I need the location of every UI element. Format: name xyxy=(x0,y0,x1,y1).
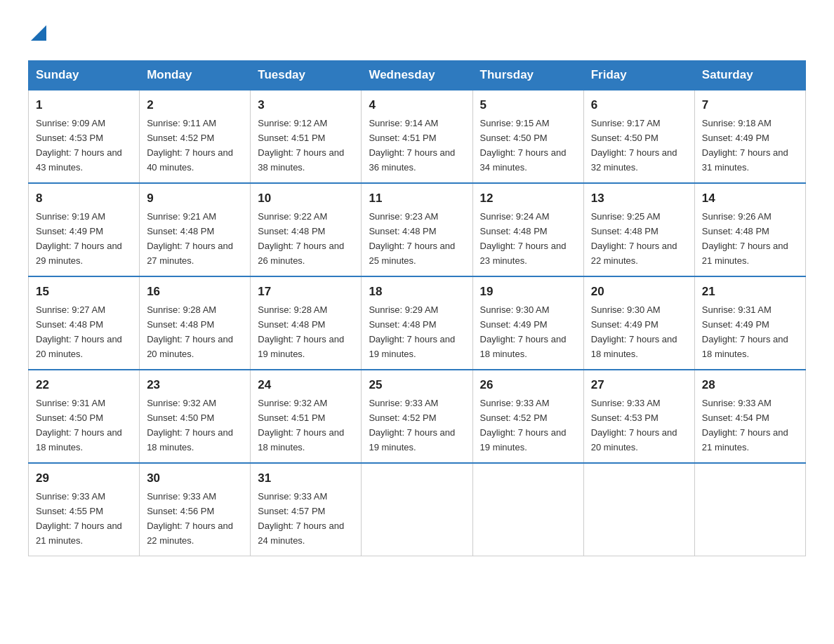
week-row-1: 1 Sunrise: 9:09 AM Sunset: 4:53 PM Dayli… xyxy=(29,90,806,183)
day-info: Sunrise: 9:31 AM Sunset: 4:50 PM Dayligh… xyxy=(36,398,122,452)
logo xyxy=(28,21,46,43)
calendar-cell: 14 Sunrise: 9:26 AM Sunset: 4:48 PM Dayl… xyxy=(694,183,805,276)
day-info: Sunrise: 9:14 AM Sunset: 4:51 PM Dayligh… xyxy=(369,118,455,173)
weekday-header-thursday: Thursday xyxy=(472,60,583,90)
day-number: 23 xyxy=(147,376,243,394)
day-number: 20 xyxy=(591,283,687,301)
day-number: 25 xyxy=(369,376,465,394)
week-row-3: 15 Sunrise: 9:27 AM Sunset: 4:48 PM Dayl… xyxy=(29,276,806,370)
calendar-cell: 1 Sunrise: 9:09 AM Sunset: 4:53 PM Dayli… xyxy=(29,90,140,183)
calendar-cell: 8 Sunrise: 9:19 AM Sunset: 4:49 PM Dayli… xyxy=(29,183,140,276)
day-number: 15 xyxy=(36,283,132,301)
calendar-cell: 2 Sunrise: 9:11 AM Sunset: 4:52 PM Dayli… xyxy=(140,90,251,183)
logo-triangle-icon xyxy=(31,25,46,41)
day-info: Sunrise: 9:33 AM Sunset: 4:56 PM Dayligh… xyxy=(147,491,233,546)
calendar-cell xyxy=(362,463,472,556)
calendar-cell: 24 Sunrise: 9:32 AM Sunset: 4:51 PM Dayl… xyxy=(251,370,362,463)
weekday-header-sunday: Sunday xyxy=(29,60,140,90)
weekday-header-friday: Friday xyxy=(583,60,694,90)
calendar-cell: 3 Sunrise: 9:12 AM Sunset: 4:51 PM Dayli… xyxy=(251,90,362,183)
day-info: Sunrise: 9:18 AM Sunset: 4:49 PM Dayligh… xyxy=(702,118,788,173)
day-info: Sunrise: 9:11 AM Sunset: 4:52 PM Dayligh… xyxy=(147,118,233,173)
calendar-cell: 10 Sunrise: 9:22 AM Sunset: 4:48 PM Dayl… xyxy=(251,183,362,276)
calendar-cell: 18 Sunrise: 9:29 AM Sunset: 4:48 PM Dayl… xyxy=(362,276,472,370)
day-number: 7 xyxy=(702,96,798,114)
day-info: Sunrise: 9:32 AM Sunset: 4:50 PM Dayligh… xyxy=(147,398,233,452)
calendar-cell: 22 Sunrise: 9:31 AM Sunset: 4:50 PM Dayl… xyxy=(29,370,140,463)
day-number: 3 xyxy=(258,96,354,114)
calendar-cell: 9 Sunrise: 9:21 AM Sunset: 4:48 PM Dayli… xyxy=(140,183,251,276)
day-info: Sunrise: 9:23 AM Sunset: 4:48 PM Dayligh… xyxy=(369,211,455,266)
calendar-cell: 30 Sunrise: 9:33 AM Sunset: 4:56 PM Dayl… xyxy=(140,463,251,556)
day-number: 14 xyxy=(702,189,798,208)
day-number: 24 xyxy=(258,376,354,394)
day-info: Sunrise: 9:27 AM Sunset: 4:48 PM Dayligh… xyxy=(36,304,122,359)
day-info: Sunrise: 9:32 AM Sunset: 4:51 PM Dayligh… xyxy=(258,398,344,452)
day-info: Sunrise: 9:30 AM Sunset: 4:49 PM Dayligh… xyxy=(591,304,677,359)
day-info: Sunrise: 9:33 AM Sunset: 4:52 PM Dayligh… xyxy=(480,398,567,452)
day-number: 4 xyxy=(369,96,465,114)
calendar-cell: 11 Sunrise: 9:23 AM Sunset: 4:48 PM Dayl… xyxy=(362,183,472,276)
weekday-header-wednesday: Wednesday xyxy=(362,60,472,90)
calendar-cell: 25 Sunrise: 9:33 AM Sunset: 4:52 PM Dayl… xyxy=(362,370,472,463)
calendar-cell: 28 Sunrise: 9:33 AM Sunset: 4:54 PM Dayl… xyxy=(694,370,805,463)
day-number: 26 xyxy=(480,376,576,394)
day-number: 8 xyxy=(36,189,132,208)
day-info: Sunrise: 9:21 AM Sunset: 4:48 PM Dayligh… xyxy=(147,211,233,266)
day-info: Sunrise: 9:28 AM Sunset: 4:48 PM Dayligh… xyxy=(258,304,344,359)
calendar-cell: 26 Sunrise: 9:33 AM Sunset: 4:52 PM Dayl… xyxy=(472,370,583,463)
day-number: 6 xyxy=(591,96,687,114)
calendar-cell: 7 Sunrise: 9:18 AM Sunset: 4:49 PM Dayli… xyxy=(694,90,805,183)
day-info: Sunrise: 9:15 AM Sunset: 4:50 PM Dayligh… xyxy=(480,118,567,173)
day-info: Sunrise: 9:31 AM Sunset: 4:49 PM Dayligh… xyxy=(702,304,788,359)
day-number: 31 xyxy=(258,469,354,488)
day-number: 2 xyxy=(147,96,243,114)
week-row-4: 22 Sunrise: 9:31 AM Sunset: 4:50 PM Dayl… xyxy=(29,370,806,463)
day-number: 13 xyxy=(591,189,687,208)
day-number: 12 xyxy=(480,189,576,208)
page-header xyxy=(28,21,806,43)
day-number: 16 xyxy=(147,283,243,301)
day-number: 1 xyxy=(36,96,132,114)
calendar-cell: 20 Sunrise: 9:30 AM Sunset: 4:49 PM Dayl… xyxy=(583,276,694,370)
day-number: 27 xyxy=(591,376,687,394)
day-number: 17 xyxy=(258,283,354,301)
day-info: Sunrise: 9:33 AM Sunset: 4:57 PM Dayligh… xyxy=(258,491,344,546)
day-info: Sunrise: 9:26 AM Sunset: 4:48 PM Dayligh… xyxy=(702,211,788,266)
day-info: Sunrise: 9:09 AM Sunset: 4:53 PM Dayligh… xyxy=(36,118,122,173)
day-number: 18 xyxy=(369,283,465,301)
day-info: Sunrise: 9:30 AM Sunset: 4:49 PM Dayligh… xyxy=(480,304,567,359)
weekday-header-monday: Monday xyxy=(140,60,251,90)
day-info: Sunrise: 9:33 AM Sunset: 4:53 PM Dayligh… xyxy=(591,398,677,452)
day-info: Sunrise: 9:22 AM Sunset: 4:48 PM Dayligh… xyxy=(258,211,344,266)
calendar-cell xyxy=(694,463,805,556)
day-info: Sunrise: 9:12 AM Sunset: 4:51 PM Dayligh… xyxy=(258,118,344,173)
weekday-header-row: SundayMondayTuesdayWednesdayThursdayFrid… xyxy=(29,60,806,90)
day-info: Sunrise: 9:33 AM Sunset: 4:52 PM Dayligh… xyxy=(369,398,455,452)
calendar-cell: 31 Sunrise: 9:33 AM Sunset: 4:57 PM Dayl… xyxy=(251,463,362,556)
day-info: Sunrise: 9:19 AM Sunset: 4:49 PM Dayligh… xyxy=(36,211,122,266)
calendar-cell: 29 Sunrise: 9:33 AM Sunset: 4:55 PM Dayl… xyxy=(29,463,140,556)
calendar-cell: 5 Sunrise: 9:15 AM Sunset: 4:50 PM Dayli… xyxy=(472,90,583,183)
calendar-cell: 13 Sunrise: 9:25 AM Sunset: 4:48 PM Dayl… xyxy=(583,183,694,276)
calendar-cell: 19 Sunrise: 9:30 AM Sunset: 4:49 PM Dayl… xyxy=(472,276,583,370)
svg-marker-0 xyxy=(31,25,46,41)
weekday-header-saturday: Saturday xyxy=(694,60,805,90)
day-number: 11 xyxy=(369,189,465,208)
day-number: 21 xyxy=(702,283,798,301)
calendar-cell: 23 Sunrise: 9:32 AM Sunset: 4:50 PM Dayl… xyxy=(140,370,251,463)
calendar-cell: 27 Sunrise: 9:33 AM Sunset: 4:53 PM Dayl… xyxy=(583,370,694,463)
day-info: Sunrise: 9:24 AM Sunset: 4:48 PM Dayligh… xyxy=(480,211,567,266)
calendar-cell: 12 Sunrise: 9:24 AM Sunset: 4:48 PM Dayl… xyxy=(472,183,583,276)
day-info: Sunrise: 9:33 AM Sunset: 4:55 PM Dayligh… xyxy=(36,491,122,546)
day-number: 22 xyxy=(36,376,132,394)
day-number: 5 xyxy=(480,96,576,114)
day-number: 10 xyxy=(258,189,354,208)
calendar-cell: 16 Sunrise: 9:28 AM Sunset: 4:48 PM Dayl… xyxy=(140,276,251,370)
calendar-cell xyxy=(472,463,583,556)
weekday-header-tuesday: Tuesday xyxy=(251,60,362,90)
calendar-table: SundayMondayTuesdayWednesdayThursdayFrid… xyxy=(28,60,806,556)
day-number: 28 xyxy=(702,376,798,394)
week-row-5: 29 Sunrise: 9:33 AM Sunset: 4:55 PM Dayl… xyxy=(29,463,806,556)
calendar-cell: 15 Sunrise: 9:27 AM Sunset: 4:48 PM Dayl… xyxy=(29,276,140,370)
